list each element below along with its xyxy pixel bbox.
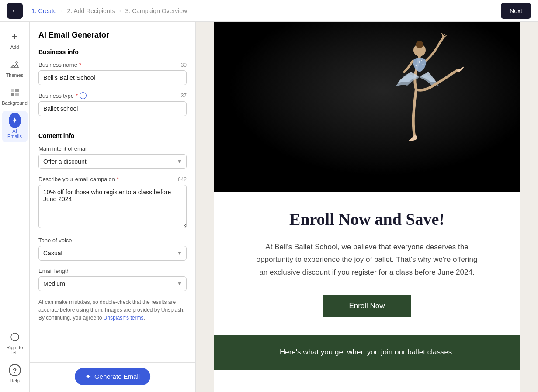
breadcrumb-sep-2: › xyxy=(119,8,121,14)
ai-panel: AI Email Generator Business info Busines… xyxy=(30,22,196,392)
sidebar-item-rtl-label: Right to left xyxy=(5,345,25,355)
disclaimer-text: AI can make mistakes, so double-check th… xyxy=(38,298,187,322)
svg-point-0 xyxy=(16,62,17,63)
business-type-field: Business type * i 37 xyxy=(38,92,187,116)
svg-point-12 xyxy=(422,64,423,65)
unsplash-link[interactable]: Unsplash's terms xyxy=(104,315,144,321)
step-3[interactable]: 3. Campaign Overview xyxy=(125,7,187,14)
business-name-input[interactable] xyxy=(38,70,187,85)
sidebar-item-background[interactable]: Background xyxy=(2,83,28,109)
svg-rect-8 xyxy=(214,22,520,192)
main-layout: + Add Themes Background ✦ AI Emails xyxy=(0,22,538,392)
sidebar-item-right-to-left[interactable]: Right to left xyxy=(2,327,28,359)
main-intent-select-wrapper: Offer a discount Promote an event Newsle… xyxy=(38,154,187,169)
svg-rect-1 xyxy=(11,89,14,92)
back-button[interactable]: ← xyxy=(7,3,23,19)
svg-rect-4 xyxy=(15,93,19,96)
business-name-label: Business name * 30 xyxy=(38,62,187,68)
breadcrumb-sep-1: › xyxy=(61,8,63,14)
sidebar-item-ai-emails[interactable]: ✦ AI Emails xyxy=(2,111,28,142)
right-to-left-icon xyxy=(9,331,21,343)
email-length-select[interactable]: Short Medium Long xyxy=(38,276,187,291)
sidebar-item-help-label: Help xyxy=(10,378,20,383)
describe-field: Describe your email campaign * 642 10% o… xyxy=(38,176,187,230)
describe-label: Describe your email campaign * 642 xyxy=(38,176,187,182)
generate-label: Generate Email xyxy=(94,373,140,380)
email-headline: Enroll Now and Save! xyxy=(240,210,494,229)
add-icon: + xyxy=(9,31,21,43)
tone-select[interactable]: Casual Formal Friendly Professional xyxy=(38,246,187,261)
business-name-char-count: 30 xyxy=(181,62,187,68)
email-length-select-wrapper: Short Medium Long ▼ xyxy=(38,276,187,291)
enroll-button[interactable]: Enroll Now xyxy=(323,295,411,317)
tone-field: Tone of voice Casual Formal Friendly Pro… xyxy=(38,237,187,261)
svg-point-13 xyxy=(415,65,417,66)
breadcrumb: 1. Create › 2. Add Recipients › 3. Campa… xyxy=(31,7,187,14)
icon-sidebar: + Add Themes Background ✦ AI Emails xyxy=(0,22,30,392)
main-intent-select[interactable]: Offer a discount Promote an event Newsle… xyxy=(38,154,187,169)
sidebar-item-ai-emails-label: AI Emails xyxy=(5,128,25,139)
topbar: ← 1. Create › 2. Add Recipients › 3. Cam… xyxy=(0,0,538,22)
email-preview: Enroll Now and Save! At Bell's Ballet Sc… xyxy=(214,22,520,392)
describe-textarea[interactable]: 10% off for those who register to a clas… xyxy=(38,185,187,228)
panel-content: AI Email Generator Business info Busines… xyxy=(30,22,195,362)
business-type-char-count: 37 xyxy=(181,93,187,99)
tone-select-wrapper: Casual Formal Friendly Professional ▼ xyxy=(38,246,187,261)
info-icon: i xyxy=(80,92,87,99)
sidebar-item-add-label: Add xyxy=(10,45,19,50)
sidebar-item-help[interactable]: ? Help xyxy=(2,361,28,387)
background-icon xyxy=(9,86,21,99)
next-button[interactable]: Next xyxy=(501,3,531,19)
email-body: Enroll Now and Save! At Bell's Ballet Sc… xyxy=(214,192,520,335)
sidebar-item-add[interactable]: + Add xyxy=(2,27,28,53)
help-icon: ? xyxy=(9,364,21,376)
business-info-section: Business info xyxy=(38,48,187,55)
sidebar-item-background-label: Background xyxy=(2,100,28,106)
content-info-section: Content info xyxy=(38,132,187,139)
themes-icon xyxy=(9,58,21,71)
email-hero-image xyxy=(214,22,520,192)
main-intent-field: Main intent of email Offer a discount Pr… xyxy=(38,145,187,169)
ai-emails-icon: ✦ xyxy=(9,114,21,127)
section-divider xyxy=(38,124,187,124)
email-footer-section: Here's what you get when you join our ba… xyxy=(214,335,520,370)
step-2[interactable]: 2. Add Recipients xyxy=(67,7,115,14)
topbar-actions: Next xyxy=(501,3,531,19)
svg-rect-2 xyxy=(15,89,19,92)
describe-char-count: 642 xyxy=(178,176,187,182)
business-type-input[interactable] xyxy=(38,101,187,116)
email-length-field: Email length Short Medium Long ▼ xyxy=(38,268,187,291)
email-footer-text: Here's what you get when you join our ba… xyxy=(232,348,503,357)
business-name-field: Business name * 30 xyxy=(38,62,187,85)
sidebar-item-themes-label: Themes xyxy=(6,72,24,78)
svg-rect-3 xyxy=(11,93,14,96)
back-icon: ← xyxy=(11,7,18,15)
generate-sparkle-icon: ✦ xyxy=(85,372,91,381)
describe-required: * xyxy=(117,176,119,182)
svg-point-10 xyxy=(416,41,423,48)
business-type-label: Business type * i 37 xyxy=(38,92,187,99)
panel-footer: ✦ Generate Email xyxy=(30,362,195,392)
business-name-required: * xyxy=(79,62,81,68)
panel-title: AI Email Generator xyxy=(38,31,187,40)
business-type-required: * xyxy=(76,93,78,99)
preview-area: Enroll Now and Save! At Bell's Ballet Sc… xyxy=(196,22,538,392)
email-length-label: Email length xyxy=(38,268,187,274)
main-intent-label: Main intent of email xyxy=(38,145,187,152)
sidebar-item-themes[interactable]: Themes xyxy=(2,55,28,81)
step-1[interactable]: 1. Create xyxy=(31,7,57,14)
svg-point-11 xyxy=(419,61,420,63)
tone-label: Tone of voice xyxy=(38,237,187,244)
email-body-text: At Bell's Ballet School, we believe that… xyxy=(253,241,481,279)
svg-point-14 xyxy=(421,60,422,61)
generate-button[interactable]: ✦ Generate Email xyxy=(75,368,150,385)
